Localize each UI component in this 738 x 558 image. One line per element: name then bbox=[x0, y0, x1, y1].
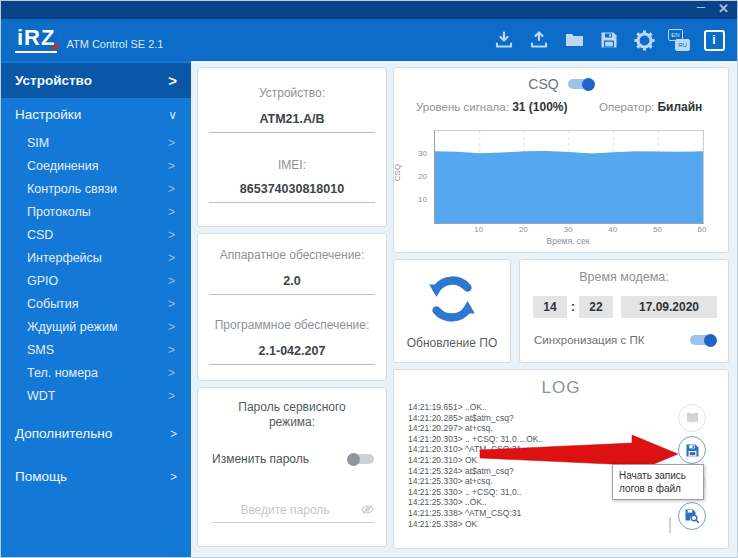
log-scrollbar[interactable] bbox=[669, 517, 671, 533]
minimize-button[interactable]: – bbox=[697, 0, 705, 14]
modem-time-title: Время модема: bbox=[520, 270, 728, 284]
chevron-right-icon: > bbox=[168, 205, 175, 219]
settings-gear-icon[interactable] bbox=[633, 29, 655, 51]
sidebar-item-standby[interactable]: Ждущий режим> bbox=[1, 315, 191, 338]
download-icon[interactable] bbox=[493, 29, 515, 51]
sidebar-item-connections[interactable]: Соединения> bbox=[1, 154, 191, 177]
open-folder-icon[interactable] bbox=[563, 29, 585, 51]
log-line: 14:21:20.310> ^ATM_CSQ:31 bbox=[408, 444, 660, 455]
time-separator: : bbox=[567, 300, 579, 314]
log-book-button[interactable] bbox=[678, 404, 706, 432]
chevron-right-icon: > bbox=[168, 251, 175, 265]
hardware-label: Аппаратное обеспечение: bbox=[198, 248, 386, 262]
sidebar-item-sms[interactable]: SMS> bbox=[1, 338, 191, 361]
chevron-right-icon: > bbox=[168, 274, 175, 288]
save-record-icon bbox=[685, 443, 700, 458]
csq-area-chart bbox=[434, 130, 704, 224]
sidebar-item-phone-numbers[interactable]: Тел. номера> bbox=[1, 361, 191, 384]
chevron-right-icon: > bbox=[168, 136, 175, 150]
header: iRZ ATM Control SE 2.1 EN RU bbox=[1, 19, 738, 61]
log-title: LOG bbox=[394, 378, 728, 398]
chevron-right-icon: > bbox=[168, 182, 175, 196]
close-button[interactable]: ✕ bbox=[718, 1, 729, 17]
chevron-right-icon: > bbox=[168, 159, 175, 173]
sidebar-item-advanced[interactable]: Дополнительно> bbox=[1, 417, 191, 450]
signal-level: Уровень сигнала: 31 (100%) bbox=[416, 100, 568, 114]
firmware-update-label: Обновление ПО bbox=[394, 336, 510, 350]
chevron-right-icon: > bbox=[168, 389, 175, 403]
sidebar-item-wdt[interactable]: WDT> bbox=[1, 384, 191, 407]
sidebar-item-device[interactable]: Устройство> bbox=[1, 63, 191, 98]
book-icon bbox=[687, 413, 698, 423]
chevron-right-icon: > bbox=[168, 320, 175, 334]
record-logs-tooltip: Начать запись логов в файл bbox=[612, 464, 704, 500]
change-password-toggle[interactable] bbox=[348, 454, 374, 464]
app-logo: iRZ ATM Control SE 2.1 bbox=[15, 26, 163, 53]
log-line: 14:21:19.651> ..OK.. bbox=[408, 402, 660, 413]
minute-field[interactable]: 22 bbox=[579, 296, 613, 318]
operator: Оператор: Билайн bbox=[599, 100, 702, 114]
pc-sync-toggle[interactable] bbox=[690, 335, 716, 345]
chevron-down-icon: ∨ bbox=[168, 108, 177, 122]
language-switch-icon[interactable]: EN RU bbox=[668, 29, 690, 51]
password-input[interactable] bbox=[212, 503, 374, 523]
chart-x-ticks: 102030405060 bbox=[434, 225, 702, 235]
language-ru-label: RU bbox=[675, 39, 690, 51]
app-window: – ✕ iRZ ATM Control SE 2.1 EN bbox=[0, 0, 738, 558]
chevron-right-icon: > bbox=[168, 366, 175, 380]
hardware-value: 2.0 bbox=[209, 274, 374, 295]
refresh-icon bbox=[423, 270, 481, 332]
sidebar-item-events[interactable]: События> bbox=[1, 292, 191, 315]
sidebar-item-interfaces[interactable]: Интерфейсы> bbox=[1, 246, 191, 269]
chart-x-axis-label: Время, сек bbox=[434, 236, 702, 246]
sidebar-item-help[interactable]: Помощь> bbox=[1, 460, 191, 493]
date-field[interactable]: 17.09.2020 bbox=[621, 296, 717, 318]
csq-toggle[interactable] bbox=[568, 79, 594, 89]
chevron-right-icon: > bbox=[170, 470, 177, 484]
modem-time-card: Время модема: 14 : 22 17.09.2020 Синхрон… bbox=[519, 259, 729, 363]
firmware-update-button[interactable]: Обновление ПО bbox=[393, 259, 511, 363]
header-toolbar: EN RU i bbox=[493, 29, 725, 51]
save-icon[interactable] bbox=[598, 29, 620, 51]
chart-y-ticks: 102030 bbox=[406, 130, 430, 222]
sidebar-item-settings[interactable]: Настройки∨ bbox=[1, 98, 191, 131]
save-search-icon bbox=[684, 508, 700, 524]
chevron-right-icon: > bbox=[168, 343, 175, 357]
record-logs-button[interactable] bbox=[678, 436, 706, 464]
software-value: 2.1-042.207 bbox=[209, 344, 374, 365]
change-password-label: Изменить пароль bbox=[212, 452, 309, 466]
log-line: 14:21:20.303> .. +CSQ: 31,0....OK.. bbox=[408, 434, 660, 445]
sidebar-item-gpio[interactable]: GPIO> bbox=[1, 269, 191, 292]
open-saved-log-button[interactable] bbox=[678, 502, 706, 530]
irz-logo: iRZ bbox=[15, 26, 57, 53]
device-value: ATM21.A/B bbox=[209, 112, 374, 133]
titlebar: – ✕ bbox=[1, 1, 738, 19]
info-icon[interactable]: i bbox=[703, 29, 725, 51]
app-title: ATM Control SE 2.1 bbox=[66, 38, 163, 53]
pc-sync-label: Синхронизация с ПК bbox=[534, 334, 644, 346]
sidebar-item-csd[interactable]: CSD> bbox=[1, 223, 191, 246]
eye-off-icon[interactable] bbox=[361, 501, 374, 519]
log-line: 14:21:20.285> at$atm_csq? bbox=[408, 413, 660, 424]
upload-icon[interactable] bbox=[528, 29, 550, 51]
sidebar-item-link-control[interactable]: Контроль связи> bbox=[1, 177, 191, 200]
chart-y-axis-label: CSQ bbox=[393, 164, 402, 181]
sidebar-item-protocols[interactable]: Протоколы> bbox=[1, 200, 191, 223]
log-line: 14:21:25.338> OK bbox=[408, 519, 660, 530]
chevron-right-icon: > bbox=[168, 72, 177, 89]
hour-field[interactable]: 14 bbox=[533, 296, 567, 318]
imei-label: IMEI: bbox=[198, 158, 386, 172]
log-card: LOG 14:21:19.651> ..OK..14:21:20.285> at… bbox=[393, 369, 729, 549]
csq-card: CSQ Уровень сигнала: 31 (100%) Оператор:… bbox=[393, 67, 729, 253]
imei-value: 865374030818010 bbox=[209, 182, 374, 203]
sidebar-item-sim[interactable]: SIM> bbox=[1, 131, 191, 154]
csq-title: CSQ bbox=[528, 76, 558, 92]
firmware-info-card: Аппаратное обеспечение: 2.0 Программное … bbox=[197, 233, 387, 381]
chevron-right-icon: > bbox=[170, 427, 177, 441]
software-label: Программное обеспечение: bbox=[198, 318, 386, 332]
log-line: 14:21:20.297> at+csq. bbox=[408, 423, 660, 434]
service-password-card: Пароль сервисного режима: Изменить парол… bbox=[197, 387, 387, 547]
device-info-card: Устройство: ATM21.A/B IMEI: 865374030818… bbox=[197, 67, 387, 227]
device-label: Устройство: bbox=[198, 86, 386, 100]
chevron-right-icon: > bbox=[168, 297, 175, 311]
